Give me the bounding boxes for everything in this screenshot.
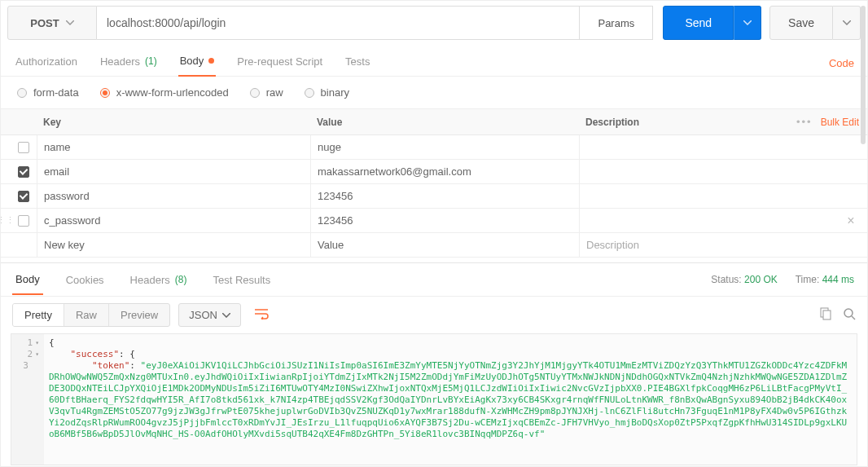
radio-icon [17,88,27,98]
save-caret-button[interactable] [833,6,861,40]
desc-cell[interactable] [579,209,835,232]
url-input[interactable]: localhost:8000/api/login [97,6,580,40]
row-checkbox[interactable] [18,215,29,227]
app-window: POST localhost:8000/api/login Params Sen… [0,0,868,467]
view-mode-segment: Pretty Raw Preview [12,303,170,327]
kv-head-value: Value [310,117,579,128]
bulk-edit-link[interactable]: Bulk Edit [821,117,859,128]
send-caret-button[interactable] [734,6,761,40]
request-tabs: Authorization Headers (1) Body Pre-reque… [1,40,867,77]
time-value: 444 ms [822,274,854,285]
resp-tab-headers[interactable]: Headers (8) [127,266,191,294]
radio-icon [100,88,110,98]
desc-cell[interactable] [579,184,835,208]
body-type-row: form-data x-www-form-urlencoded raw bina… [1,77,867,109]
key-cell[interactable]: c_password [37,209,310,232]
unsaved-dot-icon [208,58,214,64]
http-method-label: POST [30,17,59,29]
tab-headers[interactable]: Headers (1) [99,51,159,76]
view-pretty[interactable]: Pretty [13,304,64,326]
search-icon[interactable] [843,307,856,323]
drag-handle-icon[interactable]: ⋮⋮ [1,215,11,226]
row-checkbox[interactable] [18,166,29,178]
key-cell[interactable]: name [37,135,310,159]
copy-icon[interactable] [818,307,831,323]
line-gutter: 1 ▾ 2 ▾ 3 [11,334,44,465]
more-icon[interactable]: ••• [796,116,813,128]
response-body: 1 ▾ 2 ▾ 3 { "success": { "token": "eyJ0e… [11,333,857,465]
headers-count: (1) [145,55,157,67]
status-value: 200 OK [744,274,778,285]
key-cell[interactable]: New key [37,233,310,257]
table-row-new: New key Value Description [1,233,867,258]
chevron-down-icon [743,20,752,25]
send-group: Send Save [663,6,861,40]
svg-point-2 [844,309,853,317]
wrap-lines-button[interactable] [249,305,274,325]
svg-rect-1 [823,311,831,319]
wrap-icon [254,308,269,319]
kv-header: Key Value Description ••• Bulk Edit [1,109,867,135]
params-button[interactable]: Params [580,6,653,40]
table-row: ⋮⋮ c_password 123456 × [1,209,867,233]
tab-pre-request[interactable]: Pre-request Script [235,51,324,76]
resp-tab-test-results[interactable]: Test Results [209,266,274,294]
response-meta: Status: 200 OK Time: 444 ms [711,274,854,285]
desc-cell[interactable]: Description [579,233,835,257]
tab-authorization[interactable]: Authorization [14,51,79,76]
kv-head-key: Key [37,117,310,128]
response-json[interactable]: { "success": { "token": "eyJ0eXAiOiJKV1Q… [44,334,857,465]
key-cell[interactable]: password [37,184,310,208]
http-method-select[interactable]: POST [7,6,97,40]
value-cell[interactable]: 123456 [310,209,579,232]
view-preview[interactable]: Preview [109,304,169,326]
svg-line-3 [852,316,855,319]
url-value: localhost:8000/api/login [107,16,226,29]
tab-body[interactable]: Body [178,50,217,77]
view-raw[interactable]: Raw [64,304,109,326]
row-checkbox[interactable] [18,191,29,202]
radio-icon [305,88,314,98]
chevron-down-icon [843,20,851,25]
chevron-down-icon [66,20,74,25]
desc-cell[interactable] [579,135,835,159]
desc-cell[interactable] [579,160,835,183]
close-icon[interactable]: × [847,214,854,228]
send-button[interactable]: Send [663,6,734,40]
code-link[interactable]: Code [829,57,854,69]
response-tabs: Body Cookies Headers (8) Test Results St… [1,262,867,297]
radio-icon [250,88,260,98]
table-row: email makassarnetwork06@gmail.com [1,160,867,184]
table-row: name nuge [1,135,867,160]
request-bar: POST localhost:8000/api/login Params Sen… [1,1,867,40]
radio-binary[interactable]: binary [305,86,349,99]
tab-tests[interactable]: Tests [344,51,371,76]
kv-head-desc: Description [579,117,796,128]
resp-tab-cookies[interactable]: Cookies [63,266,107,294]
value-cell[interactable]: Value [310,233,579,257]
row-checkbox[interactable] [18,142,29,153]
radio-urlencoded[interactable]: x-www-form-urlencoded [100,86,229,99]
response-controls: Pretty Raw Preview JSON [1,297,867,333]
resp-tab-body[interactable]: Body [12,265,43,295]
save-button[interactable]: Save [769,6,833,40]
chevron-down-icon [222,313,230,318]
radio-raw[interactable]: raw [250,86,283,99]
table-row: password 123456 [1,184,867,209]
radio-form-data[interactable]: form-data [17,86,79,99]
resp-headers-count: (8) [175,274,187,285]
value-cell[interactable]: nuge [310,135,579,159]
key-cell[interactable]: email [37,160,310,183]
value-cell[interactable]: 123456 [310,184,579,208]
value-cell[interactable]: makassarnetwork06@gmail.com [310,160,579,183]
content-type-select[interactable]: JSON [178,303,241,327]
